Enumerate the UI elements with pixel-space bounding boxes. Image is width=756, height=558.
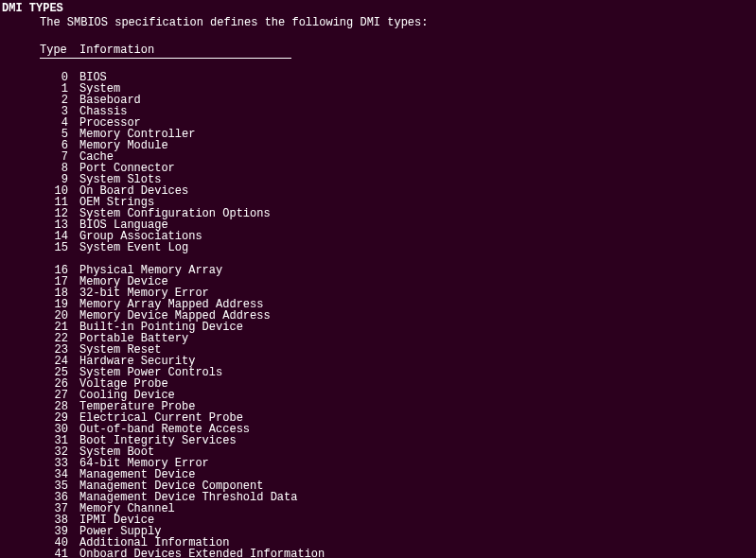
table-row: 0BIOS bbox=[40, 72, 756, 83]
table-header-row: Type Information bbox=[40, 44, 291, 59]
dmi-types-table: Type Information 0BIOS1System2Baseboard3… bbox=[0, 44, 756, 558]
table-group-2: 16Physical Memory Array17Memory Device18… bbox=[40, 265, 756, 558]
type-cell: 41 bbox=[40, 549, 68, 558]
table-row: 1System bbox=[40, 83, 756, 95]
section-heading: DMI TYPES bbox=[0, 2, 756, 15]
table-row: 15System Event Log bbox=[40, 242, 756, 253]
table-row: 2Baseboard bbox=[40, 95, 756, 106]
info-cell: Onboard Devices Extended Information bbox=[68, 549, 325, 558]
intro-text: The SMBIOS specification defines the fol… bbox=[0, 16, 756, 29]
header-information: Information bbox=[79, 44, 291, 57]
table-row: 3Chassis bbox=[40, 106, 756, 117]
gap bbox=[40, 59, 756, 72]
header-type: Type bbox=[40, 44, 79, 57]
table-group-1: 0BIOS1System2Baseboard3Chassis4Processor… bbox=[40, 72, 756, 253]
info-cell: System Event Log bbox=[68, 242, 188, 253]
table-row: 6Memory Module bbox=[40, 140, 756, 151]
table-row: 41Onboard Devices Extended Information bbox=[40, 549, 756, 558]
type-cell: 15 bbox=[40, 242, 68, 253]
